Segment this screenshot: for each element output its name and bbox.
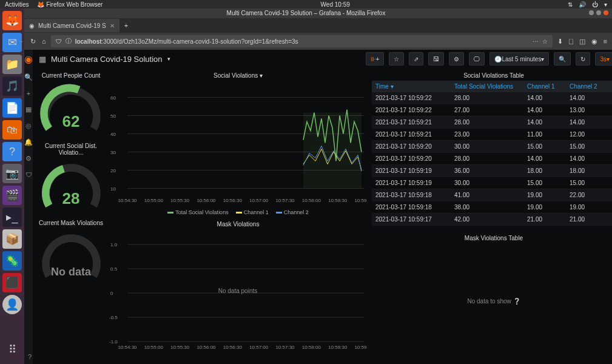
network-icon[interactable]: ⇅ xyxy=(568,1,573,8)
table-social-violations[interactable]: Social Violations Table Time ▾ Total Soc… xyxy=(372,70,612,226)
grafana-logo-icon[interactable]: ◉ xyxy=(24,53,33,65)
dock-help[interactable]: ? xyxy=(2,142,22,161)
dock-archive[interactable]: 📦 xyxy=(2,229,22,249)
dock-covid[interactable]: 🦠 xyxy=(2,251,22,271)
chart-mask-violations[interactable]: Mask Violations 1.00.50-0.5-1.0 No data … xyxy=(109,219,367,357)
minimize-icon[interactable] xyxy=(589,10,594,15)
svg-text:10:57:00: 10:57:00 xyxy=(249,198,269,203)
dock-terminal[interactable]: ▸_ xyxy=(2,207,22,227)
more-icon[interactable]: ⋯ xyxy=(533,38,539,45)
svg-text:10:59:00: 10:59:00 xyxy=(354,198,367,203)
save-button[interactable]: 🖫 xyxy=(428,52,444,66)
reload-button[interactable]: ↻ xyxy=(30,38,36,46)
svg-text:10:57:30: 10:57:30 xyxy=(275,345,295,350)
volume-icon[interactable]: 🔊 xyxy=(579,1,586,8)
panel-icon: ▦ xyxy=(39,55,46,64)
cycle-view-button[interactable]: 🖵 xyxy=(469,52,485,66)
dashboard-title[interactable]: Multi Camera Covid-19 Solution xyxy=(51,55,163,64)
dock-screenshot[interactable]: 📷 xyxy=(2,164,22,183)
svg-text:10:58:30: 10:58:30 xyxy=(328,198,348,203)
download-icon[interactable]: ⬇ xyxy=(557,38,563,46)
gnome-topbar: Activities 🦊 Firefox Web Browser Wed 10:… xyxy=(0,0,612,8)
power-icon[interactable]: ⏻ xyxy=(592,1,598,8)
maximize-icon[interactable] xyxy=(596,10,601,15)
dock-software[interactable]: 🛍 xyxy=(2,120,22,140)
table-row[interactable]: 2021-03-17 10:59:1841.0019.0022.00 xyxy=(372,189,612,201)
tab-close-icon[interactable]: ✕ xyxy=(110,22,115,29)
table-row[interactable]: 2021-03-17 10:59:2228.0014.0014.00 xyxy=(372,92,612,104)
explore-icon[interactable]: ◎ xyxy=(25,122,32,130)
svg-text:10:58:00: 10:58:00 xyxy=(302,345,321,350)
table-row[interactable]: 2021-03-17 10:59:1838.0019.0019.00 xyxy=(372,201,612,214)
svg-text:30: 30 xyxy=(110,150,116,155)
forward-button[interactable]: → xyxy=(18,38,24,46)
table-row[interactable]: 2021-03-17 10:59:2227.0014.0013.00 xyxy=(372,104,612,116)
app-menu[interactable]: 🦊 Firefox Web Browser xyxy=(37,1,103,8)
svg-text:-0.5: -0.5 xyxy=(109,315,118,320)
firefox-tabbar: ◉ Multi Camera Covid-19 S ✕ + xyxy=(0,18,612,33)
table-row[interactable]: 2021-03-17 10:59:1936.0018.0018.00 xyxy=(372,165,612,177)
info-icon[interactable]: ⓘ xyxy=(66,37,72,46)
time-range-button[interactable]: 🕘 Last 5 minutes ▾ xyxy=(489,52,549,66)
address-bar[interactable]: 🛡 ⓘ localhost:3000/d/Ozh13oZMz/multi-cam… xyxy=(51,35,553,47)
gauge-people[interactable]: Current People Count 62 xyxy=(38,70,104,138)
svg-text:50: 50 xyxy=(110,113,116,119)
svg-text:10:56:00: 10:56:00 xyxy=(197,345,216,350)
table-row[interactable]: 2021-03-17 10:59:1930.0015.0015.00 xyxy=(372,177,612,189)
dock-firefox[interactable]: 🦊 xyxy=(2,11,22,30)
table-header[interactable]: Time ▾ Total Social Violations Channel 1… xyxy=(372,81,612,92)
zoom-out-button[interactable]: 🔍 xyxy=(554,52,571,66)
home-button[interactable]: ⌂ xyxy=(42,38,46,46)
sidebar-icon[interactable]: ◫ xyxy=(579,38,585,46)
shield-icon[interactable]: 🛡 xyxy=(56,38,62,45)
refresh-interval-button[interactable]: 3s ▾ xyxy=(595,52,612,66)
config-icon[interactable]: ⚙ xyxy=(25,155,32,163)
dock-rhythmbox[interactable]: 🎵 xyxy=(2,76,22,96)
chevron-down-icon[interactable]: ▾ xyxy=(604,1,607,8)
url-text: localhost:3000/d/Ozh13oZMz/multi-camera-… xyxy=(75,38,298,45)
table-row[interactable]: 2021-03-17 10:59:2123.0011.0012.00 xyxy=(372,129,612,141)
browser-tab[interactable]: ◉ Multi Camera Covid-19 S ✕ xyxy=(24,19,119,32)
dock-writer[interactable]: 📄 xyxy=(2,98,22,118)
new-tab-button[interactable]: + xyxy=(124,22,128,29)
gauge-social[interactable]: Current Social Dist. Violatio... 28 xyxy=(38,141,104,215)
dock-files[interactable]: 📁 xyxy=(2,55,22,74)
svg-text:10:58:30: 10:58:30 xyxy=(328,345,348,350)
star-button[interactable]: ☆ xyxy=(389,52,404,66)
library-icon[interactable]: ⎕ xyxy=(569,38,573,46)
gauge-value: 62 xyxy=(39,112,103,131)
plus-icon[interactable]: + xyxy=(27,90,30,97)
close-icon[interactable] xyxy=(604,10,608,15)
dock-stop[interactable]: ⬛ xyxy=(2,273,22,292)
refresh-button[interactable]: ↻ xyxy=(576,52,590,66)
no-data-text: No data points xyxy=(218,288,258,294)
table-row[interactable]: 2021-03-17 10:59:1742.0021.0021.00 xyxy=(372,214,612,226)
clock[interactable]: Wed 10:59 xyxy=(103,1,568,8)
ubuntu-dock: 🦊 ✉ 📁 🎵 📄 🛍 ? 📷 🎬 ▸_ 📦 🦠 ⬛ 👤 ⠿ xyxy=(0,8,24,364)
dock-user[interactable]: 👤 xyxy=(2,295,22,314)
dock-apps-grid[interactable]: ⠿ xyxy=(2,340,22,359)
add-panel-button[interactable]: ⊪+ xyxy=(366,52,385,66)
dock-video[interactable]: 🎬 xyxy=(2,186,22,205)
table-row[interactable]: 2021-03-17 10:59:2128.0014.0014.00 xyxy=(372,116,612,129)
bookmark-icon[interactable]: ☆ xyxy=(542,38,548,45)
chevron-down-icon[interactable]: ▾ xyxy=(167,56,170,62)
table-mask-violations[interactable]: Mask Violations Table No data to show ❔ xyxy=(372,233,612,305)
help-icon[interactable]: ❔ xyxy=(513,298,520,305)
search-icon[interactable]: 🔍 xyxy=(24,73,33,81)
account-icon[interactable]: ◉ xyxy=(591,38,597,46)
table-row[interactable]: 2021-03-17 10:59:2028.0014.0014.00 xyxy=(372,153,612,165)
dashboards-icon[interactable]: ▦ xyxy=(25,106,32,113)
alerting-icon[interactable]: 🔔 xyxy=(24,138,33,146)
menu-icon[interactable]: ≡ xyxy=(604,38,607,46)
help-icon[interactable]: ? xyxy=(28,353,32,360)
activities-button[interactable]: Activities xyxy=(5,1,29,8)
table-row[interactable]: 2021-03-17 10:59:2030.0015.0015.00 xyxy=(372,141,612,153)
gauge-mask[interactable]: Current Mask Violations No data xyxy=(38,218,104,286)
settings-button[interactable]: ⚙ xyxy=(449,52,464,66)
svg-text:-1.0: -1.0 xyxy=(109,339,118,345)
share-button[interactable]: ⇗ xyxy=(409,52,423,66)
chart-social-violations[interactable]: Social Violations ▾ 605040302010 10:54:3… xyxy=(109,70,367,217)
svg-text:1.0: 1.0 xyxy=(110,242,118,248)
server-icon[interactable]: 🛡 xyxy=(25,171,32,178)
